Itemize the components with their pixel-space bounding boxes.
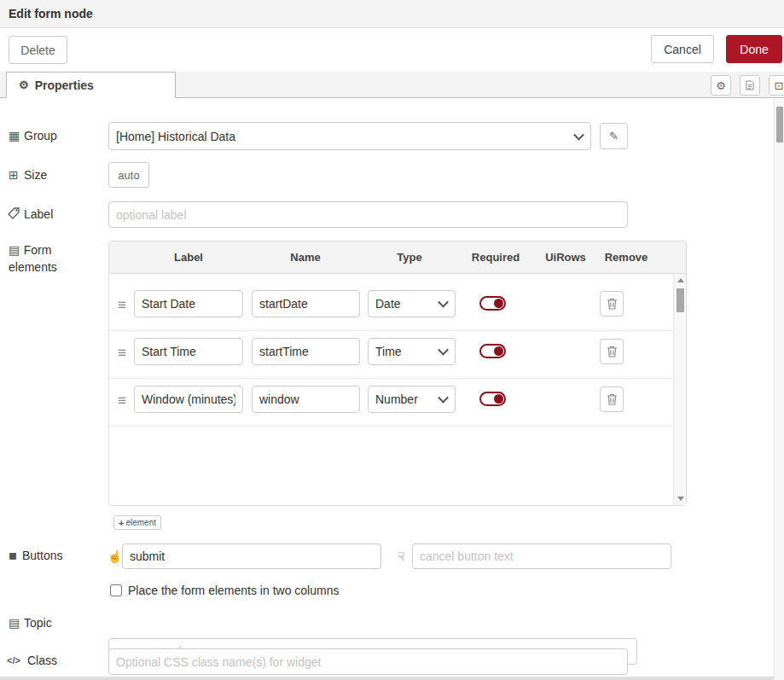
- drag-handle-icon[interactable]: ≡: [118, 298, 126, 312]
- document-icon: [746, 79, 754, 91]
- pencil-icon: ✎: [609, 130, 618, 142]
- required-toggle[interactable]: [479, 344, 506, 358]
- column-header-uirows: UiRows: [545, 251, 586, 264]
- element-name-input[interactable]: [252, 338, 360, 365]
- trash-icon: [607, 346, 618, 357]
- element-type-value: Time: [375, 345, 402, 358]
- remove-element-button[interactable]: [600, 291, 624, 317]
- element-type-value: Date: [375, 297, 401, 311]
- element-type-select[interactable]: Time: [368, 338, 456, 365]
- element-name-input[interactable]: [252, 386, 360, 413]
- thumb-up-icon: ☝: [107, 549, 122, 563]
- element-type-select[interactable]: Date: [368, 290, 456, 317]
- edit-form-node-dialog: Edit form node Delete Cancel Done ⚙ Prop…: [0, 0, 784, 680]
- edit-group-button[interactable]: ✎: [600, 123, 628, 149]
- element-label-input[interactable]: [134, 290, 243, 317]
- chevron-down-icon: [438, 392, 449, 404]
- two-columns-checkbox[interactable]: [110, 584, 122, 596]
- plus-icon: +: [119, 518, 124, 528]
- topic-icon: ▤: [9, 616, 20, 630]
- add-element-button[interactable]: + element: [113, 515, 161, 530]
- group-select[interactable]: [Home] Historical Data: [108, 122, 591, 150]
- form-icon: ▤: [9, 243, 20, 257]
- form-elements-table-header: Label Name Type Required UiRows Remove: [109, 241, 686, 274]
- dialog-title: Edit form node: [0, 0, 784, 28]
- required-toggle[interactable]: [479, 392, 506, 406]
- group-icon: ▦: [9, 129, 20, 142]
- element-type-select[interactable]: Number: [368, 386, 456, 413]
- column-header-remove: Remove: [605, 251, 648, 264]
- layout-button[interactable]: ⊡: [769, 75, 784, 96]
- chevron-down-icon: [438, 345, 449, 356]
- cancel-button-text-input[interactable]: [412, 543, 671, 569]
- tag-icon: [8, 207, 20, 219]
- layout-icon: ⊡: [775, 79, 784, 92]
- window-scrollbar[interactable]: [774, 98, 784, 680]
- size-label: Size: [24, 168, 47, 182]
- class-label: Class: [27, 654, 57, 667]
- dialog-bottom-edge: [0, 677, 784, 680]
- buttons-label: Buttons: [22, 549, 62, 562]
- column-header-required: Required: [472, 251, 520, 264]
- submit-button-text-input[interactable]: [122, 543, 381, 569]
- chevron-down-icon: [438, 297, 449, 308]
- trash-icon: [607, 298, 618, 310]
- element-name-input[interactable]: [252, 290, 360, 317]
- gear-icon: ⚙: [716, 79, 726, 92]
- table-scrollbar[interactable]: [673, 274, 686, 505]
- required-toggle[interactable]: [479, 296, 506, 311]
- thumb-down-icon: ☟: [398, 549, 405, 563]
- element-label-input[interactable]: [134, 386, 243, 413]
- tab-properties[interactable]: ⚙ Properties: [6, 72, 176, 98]
- row-separator: [109, 426, 673, 427]
- row-separator: [109, 378, 673, 379]
- class-input[interactable]: [108, 648, 628, 675]
- scroll-up-icon[interactable]: [677, 278, 684, 282]
- delete-button[interactable]: Delete: [9, 36, 67, 64]
- drag-handle-icon[interactable]: ≡: [118, 393, 126, 408]
- done-button[interactable]: Done: [726, 35, 782, 63]
- size-value-button[interactable]: auto: [108, 162, 149, 188]
- tab-properties-label: Properties: [35, 78, 94, 92]
- docs-button[interactable]: [740, 75, 760, 96]
- drag-handle-icon[interactable]: ≡: [118, 346, 126, 360]
- buttons-icon: ◼: [9, 549, 17, 561]
- remove-element-button[interactable]: [600, 339, 624, 364]
- table-scrollbar-thumb[interactable]: [677, 288, 684, 312]
- group-select-value: [Home] Historical Data: [116, 130, 235, 143]
- column-header-label: Label: [174, 251, 203, 264]
- add-element-label: element: [125, 518, 156, 527]
- element-label-input[interactable]: [134, 338, 243, 365]
- label-input[interactable]: [108, 201, 628, 228]
- row-separator: [109, 330, 673, 331]
- remove-element-button[interactable]: [600, 386, 624, 412]
- trash-icon: [607, 393, 618, 405]
- size-icon: ⊞: [9, 168, 19, 182]
- code-icon: </>: [7, 655, 20, 665]
- element-type-value: Number: [375, 392, 418, 406]
- chevron-down-icon: [573, 129, 584, 140]
- label-label: Label: [24, 207, 53, 221]
- gear-icon: ⚙: [19, 78, 29, 91]
- group-label: Group: [24, 129, 57, 142]
- node-settings-button[interactable]: ⚙: [711, 75, 731, 96]
- column-header-name: Name: [290, 251, 320, 264]
- scroll-down-icon[interactable]: [677, 497, 684, 501]
- topic-label: Topic: [24, 616, 52, 630]
- cancel-button[interactable]: Cancel: [651, 35, 714, 63]
- form-elements-table: Label Name Type Required UiRows Remove ≡…: [108, 241, 687, 506]
- two-columns-label: Place the form elements in two columns: [128, 584, 339, 597]
- form-elements-label-block: ▤ Form elements: [9, 241, 70, 276]
- window-scrollbar-thumb[interactable]: [776, 107, 783, 142]
- column-header-type: Type: [397, 251, 421, 264]
